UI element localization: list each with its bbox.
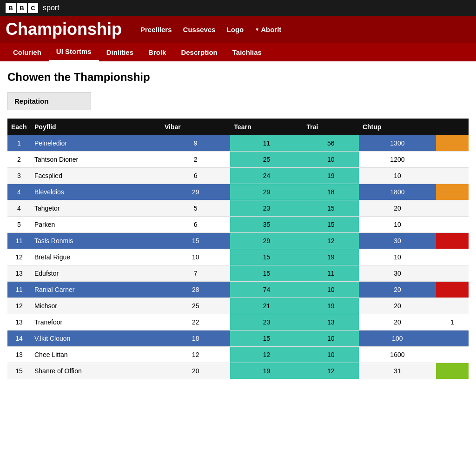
cell-extra [436, 298, 469, 314]
cell-extra [436, 265, 469, 282]
table-body: 1 Pelneledior 9 11 56 1300 2 Tahtson Dio… [7, 135, 469, 379]
cell-extra: 1 [436, 314, 469, 331]
cell-vibar: 12 [161, 347, 230, 363]
cell-pos: 14 [7, 331, 31, 347]
bbc-b2: B [17, 3, 27, 13]
table-header-row: Each Poyflid Vibar Tearn Trai Chtup [7, 119, 469, 135]
cell-pos: 11 [7, 233, 31, 249]
table-row: 12 Michsor 25 21 19 20 [7, 298, 469, 314]
cell-extra [436, 135, 469, 152]
cell-trai: 11 [303, 265, 359, 282]
cell-chtup: 10 [359, 217, 436, 233]
cell-vibar: 18 [161, 331, 230, 347]
subnav-dinlities[interactable]: Dinlities [99, 44, 141, 61]
col-trai: Trai [303, 119, 359, 135]
nav-logo[interactable]: Logo [222, 24, 249, 35]
cell-extra [436, 200, 469, 217]
subnav-ui-stortms[interactable]: UI Stortms [49, 43, 99, 61]
cell-vibar: 6 [161, 168, 230, 184]
filter-bar[interactable]: Repitation [7, 92, 91, 110]
cell-pos: 5 [7, 217, 31, 233]
cell-vibar: 25 [161, 298, 230, 314]
cell-extra [436, 331, 469, 347]
cell-pos: 12 [7, 298, 31, 314]
cell-team: 11 [230, 135, 303, 152]
table-row: 5 Parken 6 35 15 10 [7, 217, 469, 233]
subnav-taichlias[interactable]: Taichlias [225, 44, 269, 61]
cell-chtup: 30 [359, 265, 436, 282]
cell-vibar: 22 [161, 314, 230, 331]
cell-pos: 13 [7, 265, 31, 282]
table-row: 13 Tranefoor 22 23 13 20 1 [7, 314, 469, 331]
cell-name: Parken [31, 217, 161, 233]
table-row: 12 Bretal Rigue 10 15 19 10 [7, 249, 469, 265]
cell-trai: 19 [303, 298, 359, 314]
cell-trai: 13 [303, 314, 359, 331]
cell-team: 29 [230, 233, 303, 249]
cell-vibar: 20 [161, 363, 230, 379]
cell-name: Pelneledior [31, 135, 161, 152]
nav-abort[interactable]: ▼ Aborlt [250, 24, 286, 35]
cell-name: Shanre of Offion [31, 363, 161, 379]
cell-chtup: 1800 [359, 184, 436, 200]
bbc-logo: B B C sport [6, 3, 60, 13]
subnav-brolk[interactable]: Brolk [141, 44, 173, 61]
cell-trai: 19 [303, 168, 359, 184]
subnav-colurieh[interactable]: Colurieh [6, 44, 49, 61]
table-row: 13 Edufstor 7 15 11 30 [7, 265, 469, 282]
cell-team: 15 [230, 265, 303, 282]
nav-cusseves[interactable]: Cusseves [178, 24, 220, 35]
cell-vibar: 10 [161, 249, 230, 265]
cell-name: V.lkit Clouon [31, 331, 161, 347]
cell-name: Tahtson Dioner [31, 152, 161, 168]
cell-pos: 2 [7, 152, 31, 168]
col-vibar: Vibar [161, 119, 230, 135]
cell-chtup: 10 [359, 249, 436, 265]
cell-vibar: 9 [161, 135, 230, 152]
table-row: 1 Pelneledior 9 11 56 1300 [7, 135, 469, 152]
bbc-b3: C [28, 3, 38, 13]
cell-trai: 10 [303, 331, 359, 347]
cell-extra [436, 168, 469, 184]
cell-name: Chee Littan [31, 347, 161, 363]
cell-team: 74 [230, 282, 303, 298]
cell-trai: 12 [303, 363, 359, 379]
top-bar: B B C sport [0, 0, 476, 16]
cell-extra [436, 217, 469, 233]
cell-chtup: 1600 [359, 347, 436, 363]
cell-name: Bretal Rigue [31, 249, 161, 265]
nav-preelilers[interactable]: Preelilers [136, 24, 177, 35]
cell-vibar: 29 [161, 184, 230, 200]
sub-nav: Colurieh UI Stortms Dinlities Brolk Desc… [0, 43, 476, 61]
cell-name: Edufstor [31, 265, 161, 282]
cell-chtup: 10 [359, 168, 436, 184]
content-area: Chowen the Thampionship Repitation Each … [0, 61, 476, 389]
cell-team: 23 [230, 200, 303, 217]
cell-vibar: 2 [161, 152, 230, 168]
table-row: 4 Tahgetor 5 23 15 20 [7, 200, 469, 217]
col-team: Tearn [230, 119, 303, 135]
cell-chtup: 100 [359, 331, 436, 347]
table-row: 15 Shanre of Offion 20 19 12 31 [7, 363, 469, 379]
cell-extra [436, 363, 469, 379]
cell-chtup: 20 [359, 314, 436, 331]
standings-table: Each Poyflid Vibar Tearn Trai Chtup 1 Pe… [7, 119, 469, 379]
cell-chtup: 20 [359, 298, 436, 314]
cell-team: 21 [230, 298, 303, 314]
cell-vibar: 7 [161, 265, 230, 282]
cell-pos: 15 [7, 363, 31, 379]
subnav-descrption[interactable]: Descrption [173, 44, 225, 61]
cell-pos: 4 [7, 200, 31, 217]
cell-pos: 12 [7, 249, 31, 265]
cell-team: 23 [230, 314, 303, 331]
cell-vibar: 6 [161, 217, 230, 233]
championship-title: Championship [6, 20, 122, 39]
bbc-b1: B [6, 3, 16, 13]
cell-team: 12 [230, 347, 303, 363]
cell-trai: 56 [303, 135, 359, 152]
cell-trai: 18 [303, 184, 359, 200]
cell-trai: 12 [303, 233, 359, 249]
cell-team: 15 [230, 331, 303, 347]
cell-vibar: 15 [161, 233, 230, 249]
cell-team: 35 [230, 217, 303, 233]
